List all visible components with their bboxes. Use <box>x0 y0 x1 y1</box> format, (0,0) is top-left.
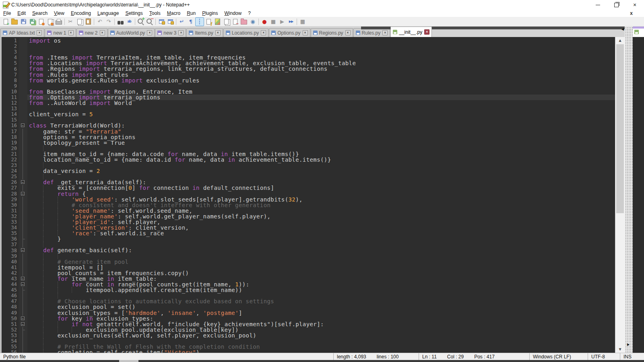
redo-icon[interactable]: ↷ <box>104 17 113 26</box>
tab-regions-py[interactable]: Regions.pyx <box>311 28 353 37</box>
line-text: from .Rules import set_rules <box>27 72 615 78</box>
macro-stop-icon[interactable]: ■ <box>269 17 278 26</box>
close-icon[interactable]: × <box>625 0 644 10</box>
document-close-icon[interactable]: x <box>630 10 633 16</box>
indent-guide <box>43 282 43 287</box>
fold-collapse-icon[interactable]: − <box>21 180 25 184</box>
tab-close-icon[interactable]: x <box>68 30 74 35</box>
cut-icon[interactable]: ✂ <box>66 17 75 26</box>
menu-tools[interactable]: Tools <box>146 10 164 16</box>
word-wrap-icon[interactable]: ↵ <box>178 17 186 26</box>
open-file-icon[interactable] <box>10 17 19 26</box>
show-all-characters-icon[interactable]: ¶ <box>186 17 195 26</box>
tab-ap-ideas-txt[interactable]: AP Ideas.txtx <box>0 28 44 37</box>
folder-as-workspace-icon[interactable] <box>239 17 248 26</box>
undo-icon[interactable]: ↶ <box>95 17 104 26</box>
menu-language[interactable]: Language <box>94 10 122 16</box>
fold-guide-line <box>23 219 23 225</box>
secondary-view-tab-sliver[interactable] <box>633 27 644 37</box>
menu-run[interactable]: Run <box>184 10 199 16</box>
menu-file[interactable]: File <box>0 10 14 16</box>
sync-horizontal-scroll-icon[interactable] <box>166 17 175 26</box>
fold-margin: − <box>19 276 27 282</box>
code-line: 24 data_version = 2 <box>2 168 615 174</box>
scrollbar-thumb[interactable] <box>616 44 624 213</box>
document-map-icon[interactable] <box>213 17 222 26</box>
vertical-scrollbar[interactable]: ▲ ▼ <box>615 37 625 353</box>
code-line: 6from .Regions import terraria_regions, … <box>2 66 615 72</box>
tab--init-py[interactable]: __init__.pyx <box>390 27 432 37</box>
document-list-icon[interactable] <box>222 17 231 26</box>
menu-search[interactable]: Search <box>29 10 51 16</box>
tab-close-icon[interactable]: x <box>100 30 105 35</box>
docking-manager-icon[interactable]: ▦ <box>298 17 307 26</box>
tab-close-icon[interactable]: x <box>424 29 429 35</box>
tab-close-icon[interactable]: x <box>37 30 42 35</box>
fold-collapse-icon[interactable]: − <box>21 248 25 252</box>
code-editor[interactable]: 1import os234from .Items import Terraria… <box>0 37 615 353</box>
zoom-out-icon[interactable]: − <box>145 17 154 26</box>
replace-icon[interactable]: ab <box>125 17 134 26</box>
new-file-icon[interactable]: + <box>1 17 10 26</box>
minimize-icon[interactable] <box>588 0 607 10</box>
fold-collapse-icon[interactable]: − <box>21 123 25 127</box>
fold-guide-line <box>23 236 23 242</box>
tab-options-py[interactable]: Options.pyx <box>269 28 310 37</box>
menu-edit[interactable]: Edit <box>14 10 29 16</box>
sync-vertical-scroll-icon[interactable] <box>157 17 166 26</box>
fold-collapse-icon[interactable]: − <box>21 322 25 326</box>
macro-record-icon[interactable]: ● <box>260 17 269 26</box>
find-icon[interactable] <box>116 17 125 26</box>
tab-new-1[interactable]: new 1x <box>45 28 76 37</box>
scroll-down-icon[interactable]: ▼ <box>615 346 625 353</box>
fold-collapse-icon[interactable]: − <box>21 277 25 280</box>
print-icon[interactable] <box>54 17 63 26</box>
zoom-in-icon[interactable]: + <box>136 17 145 26</box>
fold-guide-line <box>23 350 23 353</box>
tab-new-2[interactable]: new 2x <box>76 28 107 37</box>
function-list-icon[interactable]: ƒ <box>204 17 213 26</box>
macro-play-icon[interactable]: ▶ <box>278 17 287 26</box>
toolbar-separator <box>155 19 156 25</box>
tab-close-icon[interactable]: x <box>303 30 308 35</box>
paste-icon[interactable] <box>84 17 93 26</box>
macro-run-multiple-icon[interactable]: ▶▶ <box>287 17 295 26</box>
tab-close-icon[interactable]: x <box>382 30 388 35</box>
menu-[interactable]: ? <box>245 10 254 16</box>
tab-new-3[interactable]: new 3x <box>155 28 186 37</box>
indent-guide-icon[interactable]: ┆ <box>195 17 204 26</box>
tab-close-icon[interactable]: x <box>215 30 221 35</box>
save-icon[interactable] <box>19 17 28 26</box>
close-doc-icon[interactable]: ● <box>37 17 45 26</box>
fold-collapse-icon[interactable]: − <box>21 192 25 195</box>
fold-collapse-icon[interactable]: − <box>21 317 25 320</box>
copy-icon[interactable] <box>75 17 84 26</box>
fold-margin <box>19 293 27 298</box>
splitter-collapse-right-icon[interactable]: ▶ <box>627 343 630 346</box>
tab-autoworld-py[interactable]: AutoWorld.pyx <box>108 28 155 37</box>
menu-view[interactable]: View <box>51 10 68 16</box>
menu-settings[interactable]: Settings <box>122 10 146 16</box>
tab-close-icon[interactable]: x <box>147 30 152 35</box>
tab-locations-py[interactable]: Locations.pyx <box>223 28 268 37</box>
scroll-up-icon[interactable]: ▲ <box>615 37 625 44</box>
restore-icon[interactable] <box>607 0 625 10</box>
edit-script-icon[interactable]: ~ <box>231 17 239 26</box>
menu-macro[interactable]: Macro <box>164 10 184 16</box>
view-splitter[interactable] <box>625 27 633 353</box>
splitter-collapse-left-icon[interactable]: ◀ <box>621 27 624 31</box>
line-number: 32 <box>2 214 19 219</box>
tab-close-icon[interactable]: x <box>178 30 184 35</box>
monitoring-eye-icon[interactable]: ◉ <box>248 17 257 26</box>
fold-guide-line <box>23 162 23 168</box>
tab-close-icon[interactable]: x <box>261 30 266 35</box>
save-all-icon[interactable] <box>28 17 37 26</box>
menu-window[interactable]: Window <box>221 10 245 16</box>
tab-rules-py[interactable]: Rules.pyx <box>353 28 390 37</box>
tab-close-icon[interactable]: x <box>345 30 351 35</box>
close-all-docs-icon[interactable]: ● <box>45 17 54 26</box>
tab-items-py[interactable]: Items.pyx <box>186 28 223 37</box>
menu-plugins[interactable]: Plugins <box>199 10 221 16</box>
fold-collapse-icon[interactable]: − <box>21 282 25 286</box>
menu-encoding[interactable]: Encoding <box>68 10 94 16</box>
